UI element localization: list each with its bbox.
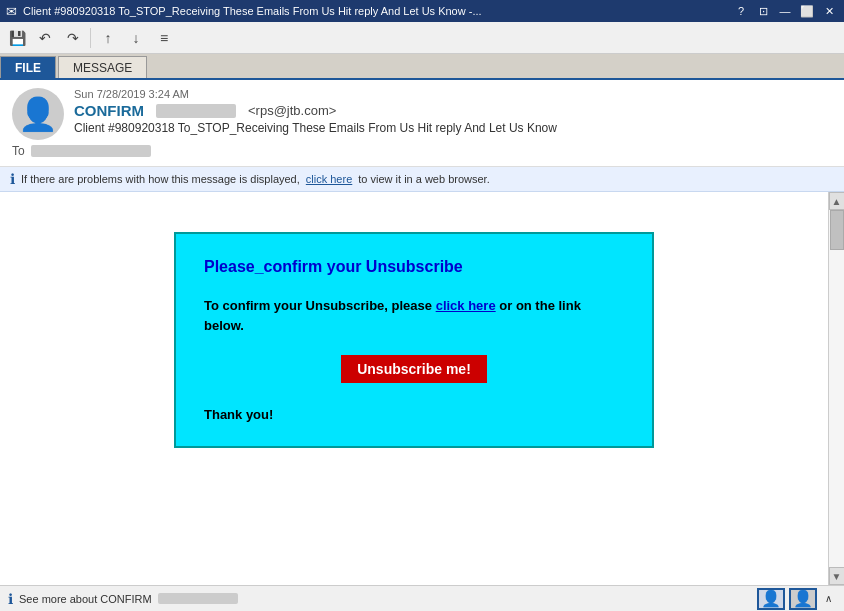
content-body-text: To confirm your Unsubscribe, please clic… [204, 296, 624, 335]
unsub-btn-container: Unsubscribe me! [204, 355, 624, 383]
up-button[interactable]: ↑ [95, 25, 121, 51]
avatar-icon: 👤 [18, 95, 58, 133]
minimize-button[interactable]: — [776, 2, 794, 20]
title-bar-left: ✉ Client #980920318 To_STOP_Receiving Th… [6, 4, 482, 19]
scroll-down-arrow[interactable]: ▼ [829, 567, 845, 585]
email-content-box: Please_confirm your Unsubscribe To confi… [174, 232, 654, 448]
sender-email: <rps@jtb.com> [248, 103, 336, 118]
info-text-before: If there are problems with how this mess… [21, 173, 300, 185]
help-button[interactable]: ? [732, 2, 750, 20]
email-body-container: Please_confirm your Unsubscribe To confi… [0, 192, 844, 585]
unsubscribe-button[interactable]: Unsubscribe me! [341, 355, 487, 383]
scrollbar-track[interactable] [829, 210, 844, 567]
down-button[interactable]: ↓ [123, 25, 149, 51]
body-text-1: To confirm your Unsubscribe, please [204, 298, 436, 313]
email-header: 👤 Sun 7/28/2019 3:24 AM CONFIRM <rps@jtb… [0, 80, 844, 167]
toolbar-separator [90, 28, 91, 48]
close-button[interactable]: ✕ [820, 2, 838, 20]
title-bar: ✉ Client #980920318 To_STOP_Receiving Th… [0, 0, 844, 22]
status-chevron[interactable]: ∧ [821, 591, 836, 606]
content-thanks: Thank you! [204, 407, 624, 422]
status-left: ℹ See more about CONFIRM [8, 591, 238, 607]
info-icon: ℹ [10, 171, 15, 187]
undo-button[interactable]: ↶ [32, 25, 58, 51]
status-bar: ℹ See more about CONFIRM 👤 👤 ∧ [0, 585, 844, 611]
to-label: To [12, 144, 25, 158]
status-info-icon: ℹ [8, 591, 13, 607]
email-body: Please_confirm your Unsubscribe To confi… [0, 192, 828, 585]
save-button[interactable]: 💾 [4, 25, 30, 51]
maximize-button[interactable]: ⬜ [798, 2, 816, 20]
email-to-row: To [12, 144, 832, 158]
info-text-after: to view it in a web browser. [358, 173, 489, 185]
status-avatar-btn-1[interactable]: 👤 [757, 588, 785, 610]
email-from-line: CONFIRM <rps@jtb.com> [74, 102, 832, 119]
toolbar: 💾 ↶ ↷ ↑ ↓ ≡ [0, 22, 844, 54]
tab-message[interactable]: MESSAGE [58, 56, 147, 78]
ribbon-tabs: FILE MESSAGE [0, 54, 844, 80]
scrollbar[interactable]: ▲ ▼ [828, 192, 844, 585]
email-icon: ✉ [6, 4, 17, 19]
status-text: See more about CONFIRM [19, 593, 152, 605]
status-avatar-btn-2[interactable]: 👤 [789, 588, 817, 610]
title-bar-controls: ? ⊡ — ⬜ ✕ [732, 2, 838, 20]
menu-button[interactable]: ≡ [151, 25, 177, 51]
email-subject: Client #980920318 To_STOP_Receiving Thes… [74, 121, 832, 135]
info-link[interactable]: click here [306, 173, 352, 185]
status-avatar-icon-2: 👤 [793, 589, 813, 608]
email-header-row: 👤 Sun 7/28/2019 3:24 AM CONFIRM <rps@jtb… [12, 88, 832, 140]
scroll-up-arrow[interactable]: ▲ [829, 192, 845, 210]
popout-button[interactable]: ⊡ [754, 2, 772, 20]
status-name-blur [158, 593, 238, 604]
email-date: Sun 7/28/2019 3:24 AM [74, 88, 832, 100]
content-heading: Please_confirm your Unsubscribe [204, 258, 624, 276]
sender-name-blur [156, 104, 236, 118]
status-avatar-icon-1: 👤 [761, 589, 781, 608]
email-meta: Sun 7/28/2019 3:24 AM CONFIRM <rps@jtb.c… [74, 88, 832, 135]
title-bar-title: Client #980920318 To_STOP_Receiving Thes… [23, 5, 482, 17]
avatar: 👤 [12, 88, 64, 140]
to-address-blur [31, 145, 151, 157]
redo-button[interactable]: ↷ [60, 25, 86, 51]
status-right: 👤 👤 ∧ [757, 588, 836, 610]
scrollbar-thumb[interactable] [830, 210, 844, 250]
body-link[interactable]: click here [436, 298, 496, 313]
sender-name: CONFIRM [74, 102, 144, 119]
tab-file[interactable]: FILE [0, 56, 56, 78]
info-bar: ℹ If there are problems with how this me… [0, 167, 844, 192]
